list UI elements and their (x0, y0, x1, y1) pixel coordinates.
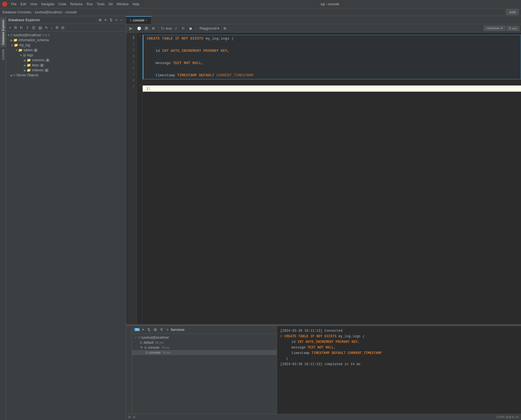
line-num-9: 9 (126, 84, 137, 90)
folder-icon-tables: 📂 (18, 48, 23, 52)
tx-refresh[interactable]: ↻ (180, 26, 186, 31)
menu-git[interactable]: Git (107, 2, 114, 7)
menu-code[interactable]: Code (57, 2, 68, 7)
app-logo (2, 2, 7, 7)
tree-label-keys: keys (32, 63, 39, 67)
sidebar-toolbar-btn-9[interactable]: ⧉ (55, 25, 59, 30)
output-kw-create: CREATE TABLE IF NOT EXISTS (284, 334, 336, 338)
menu-file[interactable]: File (9, 2, 18, 7)
code-content[interactable]: CREATE TABLE IF NOT EXISTS my_log.logs (… (143, 33, 521, 324)
schema-selector[interactable]: <schema> ▾ (484, 26, 505, 31)
output-query-table: my_log.logs ( (337, 334, 365, 338)
sidebar-btn-globe[interactable]: ⊕ (98, 17, 103, 23)
services-btn-list[interactable]: ≡ (141, 327, 145, 332)
tx-check[interactable]: ✓ (173, 26, 179, 31)
status-left-icons: ⊞ ⊟ (128, 415, 135, 419)
sidebar: Database Explorer ⊕ ≡ ⇅ + − + ⧉ ↻ ⇧ ☰ ▤ … (6, 16, 126, 420)
line-num-5: 5 (126, 59, 137, 65)
output-connected: [2024-03-30 16:11:13] Connected (280, 328, 518, 334)
sidebar-toolbar-btn-filter[interactable]: ⊟ (60, 25, 65, 30)
breadcrumb-item-2[interactable]: luoshui@localhost (35, 10, 62, 14)
tree-connection[interactable]: ▼ ⎘ luoshui@localhost 2 of 3 (6, 33, 126, 38)
sidebar-toolbar-btn-6[interactable]: ▤ (37, 25, 43, 30)
run-button[interactable]: ▶ (128, 25, 134, 31)
services-panel: Tx ≡ ⇅ ⊞ ⚲ + Services ✓ ⎘ luoshui@loca (132, 326, 277, 414)
tree-arrow-server: ▶ (11, 74, 13, 77)
service-console-child[interactable]: ⧉ console 74 ms (132, 350, 277, 355)
sidebar-toolbar-btn-2[interactable]: ⧉ (13, 25, 18, 30)
tree-label-indexes: indexes (32, 68, 43, 72)
tree-label-logs: logs (27, 53, 33, 57)
service-console-parent-timing: 74 ms (161, 346, 169, 349)
sidebar-toolbar-btn-4[interactable]: ⇧ (25, 25, 30, 30)
services-btn-pin[interactable]: ⚲ (159, 327, 164, 332)
history-button[interactable]: 🕐 (135, 26, 143, 31)
tab-close-btn[interactable]: × (145, 19, 147, 22)
gutter-8 (137, 75, 143, 82)
services-btn-add[interactable]: + (165, 327, 170, 332)
sidebar-toolbar-btn-3[interactable]: ↻ (19, 25, 24, 30)
service-console-parent[interactable]: ▼ ⧉ console 74 ms (132, 345, 277, 350)
services-title: Services (171, 328, 274, 332)
vert-tab-database-explorer[interactable]: Database Explorer (0, 17, 6, 47)
code-line-2 (143, 42, 521, 48)
vert-tab-commit[interactable]: Commit (0, 47, 6, 62)
con-selector[interactable]: ⎘ con (507, 26, 519, 31)
menu-help[interactable]: Help (131, 2, 141, 7)
service-default[interactable]: ⧉ default 28 ms (132, 340, 277, 345)
sidebar-btn-sort[interactable]: ⇅ (108, 17, 114, 23)
editor-gutter: ✓ ⌄ (137, 33, 143, 324)
breadcrumb-item-3[interactable]: console (65, 10, 77, 14)
sidebar-toolbar-btn-7[interactable]: ✎ (44, 25, 49, 30)
sidebar-toolbar-btn-1[interactable]: + (8, 25, 12, 30)
output-id-line: id INT AUTO_INCREMENT PRIMARY KEY, (280, 339, 518, 345)
menu-view[interactable]: View (28, 2, 39, 7)
sidebar-toolbar-btn-8[interactable]: ↓ (50, 25, 54, 30)
service-conn-icon: ⎘ (138, 336, 140, 340)
gutter-7 (137, 69, 143, 75)
menu-run[interactable]: Run (85, 2, 94, 7)
add-button[interactable]: Add (506, 9, 519, 15)
gutter-9: ⌄ (137, 82, 143, 88)
services-btn-grid[interactable]: ⊞ (153, 327, 158, 332)
service-default-timing: 28 ms (155, 341, 164, 344)
output-kw-int: INT AUTO_INCREMENT PRIMARY KEY (298, 340, 358, 344)
sidebar-btn-minus[interactable]: − (119, 17, 123, 23)
editor-tab-console[interactable]: ⎘ console × (126, 16, 152, 24)
editor-tab-label: console (133, 18, 144, 22)
code-indent-3: id (147, 49, 162, 53)
sidebar-btn-list[interactable]: ≡ (103, 17, 108, 23)
tree-keys[interactable]: ▶ 📁 keys 1 (6, 63, 126, 68)
service-connection[interactable]: ✓ ⎘ luoshui@localhost (132, 335, 277, 340)
sidebar-btn-add[interactable]: + (114, 17, 119, 23)
connection-badge: 2 of 3 (42, 33, 50, 37)
tree-columns[interactable]: ▶ 📁 columns 3 (6, 58, 126, 63)
services-btn-sort[interactable]: ⇅ (146, 327, 152, 332)
settings-btn[interactable]: ⚙ (150, 26, 157, 31)
menu-tools[interactable]: Tools (95, 2, 106, 7)
playground-btn[interactable]: Playground ▾ (198, 26, 221, 31)
kw-int: INT AUTO_INCREMENT PRIMARY KEY (162, 49, 227, 53)
menu-refactor[interactable]: Refactor (69, 2, 84, 7)
tree-server-objects[interactable]: ▶ ⎘ Server Objects (6, 73, 126, 78)
tree-information-schema[interactable]: ▶ 📁 information_schema (6, 38, 126, 43)
main-container: Database Explorer Commit Database Explor… (0, 16, 521, 420)
tree-indexes[interactable]: ▶ 📁 indexes 1 (6, 68, 126, 73)
tx-stop[interactable]: ◼ (188, 26, 194, 31)
tree-logs[interactable]: ▼ ▦ logs (6, 53, 126, 58)
line-numbers: 1 2 3 4 5 6 7 8 9 (126, 33, 137, 324)
breadcrumb-item-1[interactable]: Database Consoles (2, 10, 31, 14)
menu-navigate[interactable]: Navigate (40, 2, 56, 7)
menu-bar: File Edit View Navigate Code Refactor Ru… (9, 2, 141, 7)
grid-btn[interactable]: ⊞ (222, 26, 228, 31)
menu-window[interactable]: Window (115, 2, 130, 7)
tree-label-information-schema: information_schema (19, 38, 49, 42)
sidebar-toolbar-btn-5[interactable]: ☰ (31, 25, 36, 30)
tree-tables[interactable]: ▼ 📂 tables 1 (6, 48, 126, 53)
output-query-header: > CREATE TABLE IF NOT EXISTS my_log.logs… (280, 334, 518, 339)
tree-my-log[interactable]: ▼ 📁 my_log (6, 43, 126, 48)
menu-edit[interactable]: Edit (19, 2, 28, 7)
sidebar-tree: ▼ ⎘ luoshui@localhost 2 of 3 ▶ 📁 informa… (6, 31, 126, 420)
selection-block: CREATE TABLE IF NOT EXISTS my_log.logs (… (143, 35, 521, 79)
pin-button[interactable]: P (144, 26, 149, 31)
